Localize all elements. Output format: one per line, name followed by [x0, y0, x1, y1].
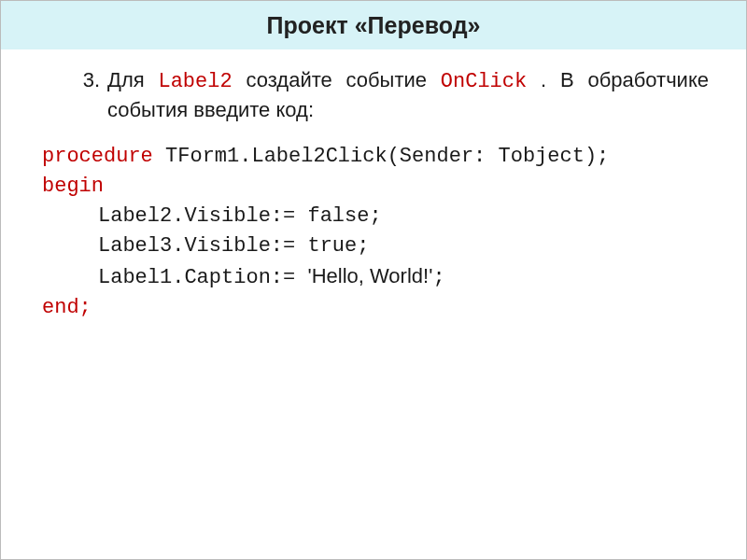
content-area: 3. Для Label2 создайте событие OnClick .… [1, 49, 746, 323]
code-text: Label1.Caption:= [98, 266, 307, 289]
list-item-marker: 3. [38, 66, 107, 94]
title-bar: Проект «Перевод» [1, 1, 746, 49]
code-block: procedure TForm1.Label2Click(Sender: Tob… [38, 142, 709, 322]
list-item: 3. Для Label2 создайте событие OnClick .… [38, 66, 709, 123]
code-token: OnClick [441, 70, 527, 93]
code-line: Label1.Caption:= 'Hello, World!'; [42, 261, 709, 293]
code-text: TForm1.Label2Click(Sender: Tobject); [153, 145, 609, 168]
code-keyword: procedure [42, 145, 153, 168]
code-line: begin [42, 172, 709, 202]
code-keyword: end; [42, 296, 92, 319]
code-token: Label2 [158, 70, 232, 93]
code-text: ; [432, 266, 444, 289]
slide-title: Проект «Перевод» [1, 12, 746, 39]
slide: Проект «Перевод» 3. Для Label2 создайте … [0, 0, 747, 560]
code-line: Label3.Visible:= true; [42, 231, 709, 261]
text-segment: Для [107, 68, 158, 91]
code-text: Label3.Visible:= true; [98, 234, 369, 258]
text-segment: создайте событие [246, 68, 440, 91]
list-item-text: Для Label2 создайте событие OnClick . В … [107, 66, 709, 123]
code-text: Label2.Visible:= false; [98, 204, 382, 228]
code-line: end; [42, 293, 709, 323]
code-line: procedure TForm1.Label2Click(Sender: Tob… [42, 142, 709, 172]
code-line: Label2.Visible:= false; [42, 202, 709, 231]
code-keyword: begin [42, 175, 104, 198]
code-text: 'Hello, World!' [307, 264, 432, 287]
